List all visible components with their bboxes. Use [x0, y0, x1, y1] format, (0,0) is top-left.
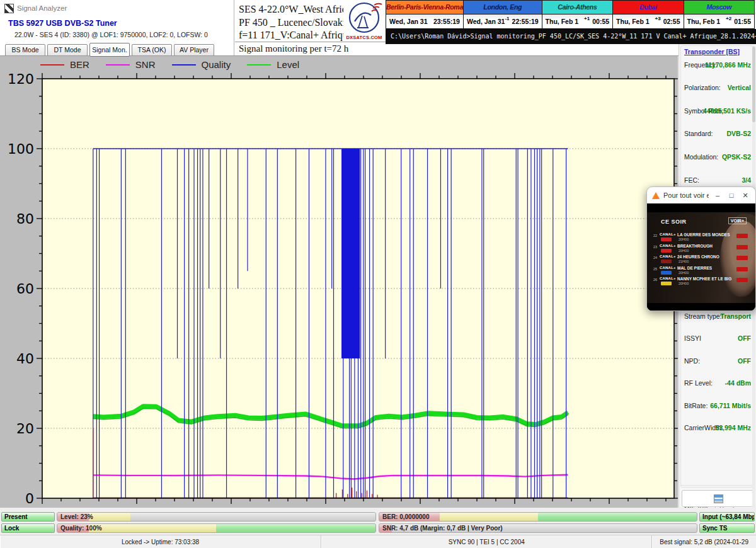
header-divider	[234, 0, 234, 55]
epg-channel-name: CANAL+	[660, 232, 676, 236]
meter-row1-right-badge: Input (~63,84 Mbps)	[699, 512, 755, 522]
clock-utc-offset: +2	[726, 16, 731, 21]
meter-row2-bar2-label: SNR: 4,7 dB (Margin: 0,7 dB | Very Poor)	[382, 524, 503, 533]
vlc-player-window[interactable]: Pour tout voir et to... – □ ✕ CE SOIR VO…	[646, 186, 756, 311]
epg-row: 25CANAL+MAL DE PIERRES20H00	[653, 266, 749, 276]
meter-row1-bar1: Level: 23%	[57, 512, 376, 522]
field-label: Stream type:	[684, 312, 722, 320]
epg-voir-badge: VOIR+	[728, 217, 747, 224]
y-axis-label: 100	[8, 141, 34, 157]
meter-row1-bar1-label: Level: 23%	[60, 513, 93, 522]
tab-dt-mode[interactable]: DT Mode	[47, 44, 88, 56]
clock-city-label: London, Eng	[464, 1, 542, 14]
clock-time: 23:55:19	[433, 18, 460, 25]
field-label: FEC:	[684, 176, 699, 184]
epg-right-tag	[736, 267, 748, 271]
meter-row1-bar2: BER: 0,0000000	[379, 512, 697, 522]
field-label: Standard:	[684, 130, 713, 137]
tab-tsa-ok-[interactable]: TSA (OK)	[132, 44, 172, 56]
clock-time: 02:55	[663, 18, 680, 25]
satellite-info-line2: PF 450 _ Lucenec/Slovakia	[239, 17, 350, 28]
satellite-info-line1: SES 4-22.0°W_West Africa	[239, 4, 351, 15]
window-title: Signal Analyzer	[17, 4, 67, 12]
epg-program-time: 20H00	[679, 237, 689, 241]
signal-chart-panel: BERSNRQualityLevel 020406080100120	[0, 55, 678, 508]
field-value: Transport	[721, 312, 751, 320]
clock-utc-offset: -1	[505, 16, 509, 21]
clock-cairo-athens: Cairo-AthensThu, Feb 1+100:55	[542, 1, 613, 28]
clock-moscow: MoscowThu, Feb 1+201:55	[684, 1, 754, 28]
field-label: RF Level:	[684, 379, 713, 387]
satellite-dish-icon	[343, 1, 385, 35]
epg-program-time: 20H00	[679, 249, 689, 253]
field-value: OFF	[738, 357, 751, 365]
vlc-cone-icon	[652, 192, 660, 199]
clock-city-label: Dubai	[613, 1, 683, 14]
epg-channel-number: 22	[653, 234, 657, 237]
letterbox-bottom	[647, 303, 755, 311]
clock-time: 22:55:19	[512, 18, 539, 25]
signal-meters: PresentLevel: 23%BER: 0,0000000Input (~6…	[0, 508, 756, 535]
close-button[interactable]: ✕	[740, 191, 750, 200]
clock-berlin-paris-vienna-roma: Berlin-Paris-Vienna-RomaWed, Jan 3123:55…	[386, 1, 464, 28]
logo-text: DXSATCS.COM	[343, 35, 385, 40]
epg-channel-name: CANAL+	[660, 254, 676, 258]
clock-city-label: Berlin-Paris-Vienna-Roma	[386, 1, 463, 14]
vlc-window-title: Pour tout voir et to...	[663, 191, 709, 199]
maximize-button[interactable]: □	[726, 191, 736, 199]
field-value: Vertical	[728, 84, 751, 91]
y-axis-label: 60	[16, 281, 34, 297]
clock-time-row: Wed, Jan 31-122:55:19	[464, 14, 542, 28]
satellite-info-line3: f=11 171_V:Canal+ Afrique	[239, 30, 352, 41]
field-value: 44995,501 KS/s	[703, 107, 751, 115]
epg-channel-badge	[661, 282, 672, 285]
meter-row2-left-badge: Lock	[1, 523, 55, 533]
status-sync-info: SYNC 90 | TEI 5 | CC 2004	[321, 535, 652, 548]
epg-program-time: 20H00	[679, 282, 689, 285]
scrollbar-thumb[interactable]	[752, 47, 755, 122]
meter-row2-bar1: Quality: 100%	[57, 523, 376, 533]
epg-channel-number: 24	[653, 256, 657, 260]
tab-signal-mon-[interactable]: Signal Mon.	[89, 43, 130, 57]
epg-title: CE SOIR	[661, 219, 687, 225]
clock-time: 01:55	[734, 18, 751, 25]
quality-outage-block	[341, 149, 360, 358]
field-label: Modulation:	[684, 153, 718, 161]
epg-row: 26CANAL+NANNY MCPHEE ET LE BIG BANG20H00	[653, 277, 749, 287]
dxsatcs-logo: DXSATCS.COM	[343, 1, 385, 42]
stream-capture-button[interactable]	[682, 490, 755, 507]
command-prompt-line: C:\Users\Roman Dávid>Signal monitoring_P…	[386, 29, 756, 44]
monitoring-period-label: Signal monitoring per t=72 h	[239, 43, 348, 54]
stream-list-icon	[714, 494, 723, 503]
tab-av-player[interactable]: AV Player	[174, 44, 214, 56]
clock-city-label: Moscow	[684, 1, 754, 14]
epg-program-title: MAL DE PIERRES	[677, 266, 712, 270]
vlc-titlebar[interactable]: Pour tout voir et to... – □ ✕	[647, 187, 755, 203]
epg-channel-number: 25	[653, 267, 657, 271]
meter-row1-bar2-label: BER: 0,0000000	[382, 513, 430, 522]
vlc-video-area[interactable]: CE SOIR VOIR+ 22CANAL+LA GUERRE DES MOND…	[647, 203, 755, 311]
epg-program-title: 24 HEURES CHRONO	[677, 254, 719, 259]
clock-london-eng: London, EngWed, Jan 31-122:55:19	[464, 1, 542, 28]
epg-channel-name: CANAL+	[660, 277, 676, 280]
app-window-icon	[4, 4, 14, 13]
minimize-button[interactable]: –	[713, 191, 723, 199]
epg-row: 22CANAL+LA GUERRE DES MONDES20H00	[653, 232, 749, 243]
letterbox-top	[647, 203, 755, 212]
field-label: NPD:	[684, 357, 700, 365]
tab-bs-mode[interactable]: BS Mode	[5, 44, 45, 56]
epg-program-time: 21H00	[679, 260, 689, 263]
clock-date: Wed, Jan 31	[467, 18, 505, 25]
y-axis-label: 0	[25, 491, 34, 506]
command-prompt-text: C:\Users\Roman Dávid>Signal monitoring_P…	[391, 33, 756, 40]
clock-dubai: DubaiThu, Feb 1+302:55	[613, 1, 684, 28]
world-clocks: Berlin-Paris-Vienna-RomaWed, Jan 3123:55…	[386, 0, 755, 29]
epg-channel-badge	[661, 237, 672, 241]
meter-row2-bar2: SNR: 4,7 dB (Margin: 0,7 dB | Very Poor)	[379, 523, 697, 533]
field-value: DVB-S2	[726, 130, 751, 137]
epg-channel-name: CANAL+	[660, 266, 676, 270]
tuner-details: 22.0W - SES 4 (ID: 3380) @ LOF1: 9750000…	[14, 31, 208, 38]
field-value: QPSK-S2	[722, 153, 751, 161]
status-best-signal: Best signal: 5,2 dB (2024-01-29 05:43)	[652, 535, 756, 548]
epg-program-title: NANNY MCPHEE ET LE BIG BANG	[677, 277, 733, 281]
